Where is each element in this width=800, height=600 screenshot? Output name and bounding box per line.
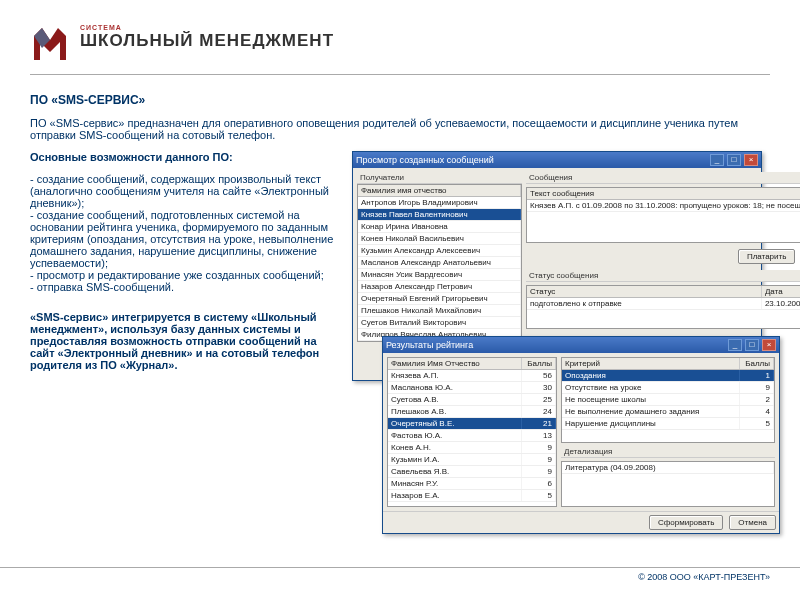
window-title: Результаты рейтинга: [386, 340, 725, 350]
status-cell[interactable]: подготовлено к отправке: [527, 298, 762, 309]
window-title: Просмотр созданных сообщений: [356, 155, 707, 165]
features-list: - создание сообщений, содержащих произво…: [30, 173, 340, 293]
screenshots-area: Просмотр созданных сообщений _ □ × Получ…: [352, 151, 770, 551]
messages-label: Сообщения: [526, 172, 800, 184]
column-header-fio: Фамилия Имя Отчество: [388, 358, 522, 369]
recipient-row[interactable]: Очеретяный Евгений Григорьевич: [358, 293, 521, 305]
close-button[interactable]: ×: [762, 339, 776, 351]
recipient-row[interactable]: Масланов Александр Анатольевич: [358, 257, 521, 269]
titlebar[interactable]: Просмотр созданных сообщений _ □ ×: [353, 152, 761, 168]
recipient-row[interactable]: Конев Николай Васильевич: [358, 233, 521, 245]
rating-row[interactable]: Кузьмин И.А.9: [388, 454, 556, 466]
recipient-row[interactable]: Кузьмин Александр Алексеевич: [358, 245, 521, 257]
recipient-row[interactable]: Конар Ирина Ивановна: [358, 221, 521, 233]
rating-row[interactable]: Назаров Е.А.5: [388, 490, 556, 502]
close-button[interactable]: ×: [744, 154, 758, 166]
logo: СИСТЕМА ШКОЛЬНЫЙ МЕНЕДЖМЕНТ: [30, 24, 770, 64]
minimize-button[interactable]: _: [710, 154, 724, 166]
rating-row[interactable]: Очеретяный В.Е.21: [388, 418, 556, 430]
minimize-button[interactable]: _: [728, 339, 742, 351]
column-header-criterion: Критерий: [562, 358, 740, 369]
rating-row[interactable]: Савельева Я.В.9: [388, 466, 556, 478]
rating-row[interactable]: Суетова А.В.25: [388, 394, 556, 406]
detail-label: Детализация: [561, 446, 775, 458]
column-header-status: Статус: [527, 286, 762, 297]
criterion-row[interactable]: Опоздания1: [562, 370, 774, 382]
recipient-row[interactable]: Суетов Виталий Викторович: [358, 317, 521, 329]
recipient-row[interactable]: Князев Павел Валентинович: [358, 209, 521, 221]
recipients-list[interactable]: Антропов Игорь ВладимировичКнязев Павел …: [358, 197, 521, 341]
column-header-points: Баллы: [740, 358, 774, 369]
maximize-button[interactable]: □: [727, 154, 741, 166]
rating-row[interactable]: Фастова Ю.А.13: [388, 430, 556, 442]
rating-left-grid[interactable]: Фамилия Имя Отчество Баллы Князева А.П.5…: [387, 357, 557, 507]
recipient-row[interactable]: Назаров Александр Петрович: [358, 281, 521, 293]
rating-row[interactable]: Конев А.Н.9: [388, 442, 556, 454]
page-title: ПО «SMS-СЕРВИС»: [30, 93, 770, 107]
messages-grid[interactable]: Текст сообщения Князев А.П. с 01.09.2008…: [526, 187, 800, 243]
rating-row[interactable]: Плешаков А.В.24: [388, 406, 556, 418]
logo-icon: [30, 24, 70, 64]
column-header-fio[interactable]: Фамилия имя отчество: [358, 185, 521, 196]
divider: [30, 74, 770, 75]
recipient-row[interactable]: Минасян Усик Вардгесович: [358, 269, 521, 281]
integration-note: «SMS-сервис» интегрируется в систему «Шк…: [30, 311, 340, 371]
description-column: Основные возможности данного ПО: - созда…: [30, 151, 340, 551]
titlebar[interactable]: Результаты рейтинга _ □ ×: [383, 337, 779, 353]
status-grid[interactable]: Статус Дата подготовлено к отправке 23.1…: [526, 285, 800, 329]
logo-title: ШКОЛЬНЫЙ МЕНЕДЖМЕНТ: [80, 31, 334, 51]
window-rating: Результаты рейтинга _ □ × Фамилия Имя От…: [382, 336, 780, 534]
rating-row[interactable]: Князева А.П.56: [388, 370, 556, 382]
column-header-points: Баллы: [522, 358, 556, 369]
criterion-row[interactable]: Нарушение дисциплины5: [562, 418, 774, 430]
platarit-button[interactable]: Платарить: [738, 249, 795, 264]
column-header-date: Дата: [762, 286, 800, 297]
date-cell[interactable]: 23.10.2008 11:11:50: [762, 298, 800, 309]
recipient-row[interactable]: Антропов Игорь Владимирович: [358, 197, 521, 209]
message-row[interactable]: Князев А.П. с 01.09.2008 по 31.10.2008: …: [527, 200, 800, 211]
detail-row[interactable]: Литература (04.09.2008): [562, 462, 774, 473]
cancel-button[interactable]: Отмена: [729, 515, 776, 530]
criterion-row[interactable]: Не выполнение домашнего задания4: [562, 406, 774, 418]
status-label: Статус сообщения: [526, 270, 800, 282]
maximize-button[interactable]: □: [745, 339, 759, 351]
generate-button[interactable]: Сформировать: [649, 515, 723, 530]
recipient-row[interactable]: Плешаков Николай Михайлович: [358, 305, 521, 317]
rating-right-grid[interactable]: Критерий Баллы Опоздания1Отсутствие на у…: [561, 357, 775, 443]
features-heading: Основные возможности данного ПО:: [30, 151, 340, 163]
criterion-row[interactable]: Отсутствие на уроке9: [562, 382, 774, 394]
rating-row[interactable]: Масланова Ю.А.30: [388, 382, 556, 394]
intro-text: ПО «SMS-сервис» предназначен для операти…: [30, 117, 770, 141]
column-header-text: Текст сообщения: [527, 188, 800, 199]
detail-grid[interactable]: Литература (04.09.2008): [561, 461, 775, 507]
recipients-label: Получатели: [357, 172, 522, 184]
footer: © 2008 ООО «КАРТ-ПРЕЗЕНТ»: [0, 568, 800, 582]
logo-overline: СИСТЕМА: [80, 24, 334, 31]
rating-row[interactable]: Минасян Р.У.6: [388, 478, 556, 490]
criterion-row[interactable]: Не посещение школы2: [562, 394, 774, 406]
